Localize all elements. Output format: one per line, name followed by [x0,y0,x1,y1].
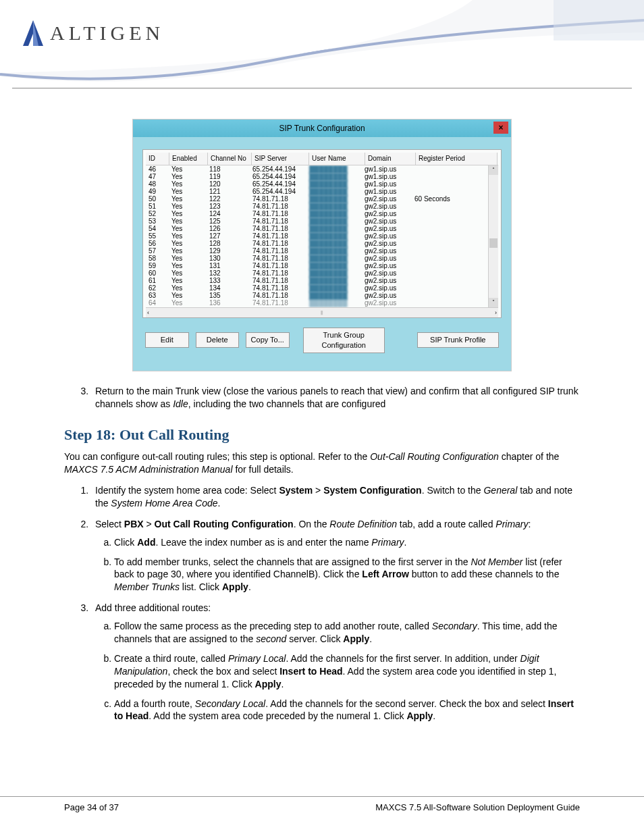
sip-trunk-profile-button[interactable]: SIP Trunk Profile [417,332,499,348]
table-header-row: ID Enabled Channel No SIP Server User Na… [146,153,498,165]
list-item: Identify the system home area code: Sele… [91,484,580,510]
horizontal-scrollbar[interactable]: ‹ ⦀ › [146,307,498,317]
continued-list: Return to the main Trunk view (close the… [64,385,580,411]
footer-page: Page 34 of 37 [64,797,119,812]
cell-register: 60 Seconds [412,194,493,204]
list-item: Add a fourth route, Secondary Local. Add… [114,698,580,723]
cell-user: ████████ [306,298,362,307]
table-row[interactable]: 64Yes13674.81.71.18████████gw2.sip.us [146,299,498,307]
dialog-title: SIP Trunk Configuration [133,123,511,134]
cell-sip: 74.81.71.18 [250,298,306,307]
table-body[interactable]: 46Yes11865.254.44.194████████gw1.sip.us4… [146,165,498,307]
sub-list: Click Add. Leave the index number as is … [95,536,580,594]
step-heading: Step 18: Out Call Routing [64,425,580,445]
col-sipserver[interactable]: SIP Server [252,153,309,165]
col-channel[interactable]: Channel No [208,153,252,165]
copyto-button[interactable]: Copy To... [246,332,290,348]
delete-button[interactable]: Delete [196,332,240,348]
vertical-scrollbar[interactable]: ˄ ˅ [488,165,498,307]
table-panel: ID Enabled Channel No SIP Server User Na… [142,149,502,318]
scroll-right-icon[interactable]: › [495,309,497,317]
svg-rect-0 [554,0,644,41]
page-footer: Page 34 of 37 MAXCS 7.5 All-Software Sol… [0,796,644,812]
logo-icon [20,19,46,47]
close-icon: × [498,122,503,133]
col-domain[interactable]: Domain [365,153,416,165]
dialog-body: ID Enabled Channel No SIP Server User Na… [133,137,511,371]
footer-title: MAXCS 7.5 All-Software Solution Deployme… [375,797,580,812]
cell-enabled: Yes [169,298,207,307]
list-item: Return to the main Trunk view (close the… [91,385,580,411]
dialog-titlebar[interactable]: SIP Trunk Configuration × [133,120,511,137]
scroll-down-icon[interactable]: ˅ [489,298,498,307]
cell-domain: gw2.sip.us [362,298,412,307]
intro-paragraph: You can configure out-call routing rules… [64,450,580,476]
step18-list: Identify the system home area code: Sele… [64,484,580,723]
cell-channel: 136 [207,298,250,307]
list-item: Create a third route, called Primary Loc… [114,652,580,691]
close-button[interactable]: × [493,122,508,134]
list-item: Follow the same process as the preceding… [114,620,580,646]
sip-trunk-config-dialog: SIP Trunk Configuration × ID Enabled Cha… [132,119,512,371]
scroll-thumb[interactable] [489,238,498,248]
col-enabled[interactable]: Enabled [169,153,208,165]
list-item: Click Add. Leave the index number as is … [114,536,580,549]
dialog-button-row: Edit Delete Copy To... Trunk Group Confi… [142,318,502,361]
trunk-group-config-button[interactable]: Trunk Group Configuration [303,328,385,353]
col-username[interactable]: User Name [309,153,365,165]
list-item: Select PBX > Out Call Routing Configurat… [91,518,580,594]
list-item: Add three additional routes: Follow the … [91,602,580,723]
col-register[interactable]: Register Period [416,153,498,165]
col-id[interactable]: ID [146,153,169,165]
page-header: ALTIGEN [0,0,644,88]
logo-text: ALTIGEN [50,22,164,45]
edit-button[interactable]: Edit [145,332,189,348]
scroll-up-icon[interactable]: ˄ [489,165,498,175]
logo: ALTIGEN [20,19,164,47]
cell-id: 64 [146,298,169,307]
hscroll-mid-icon: ⦀ [149,309,495,317]
sub-list: Follow the same process as the preceding… [95,620,580,723]
list-item: To add member trunks, select the channel… [114,556,580,594]
